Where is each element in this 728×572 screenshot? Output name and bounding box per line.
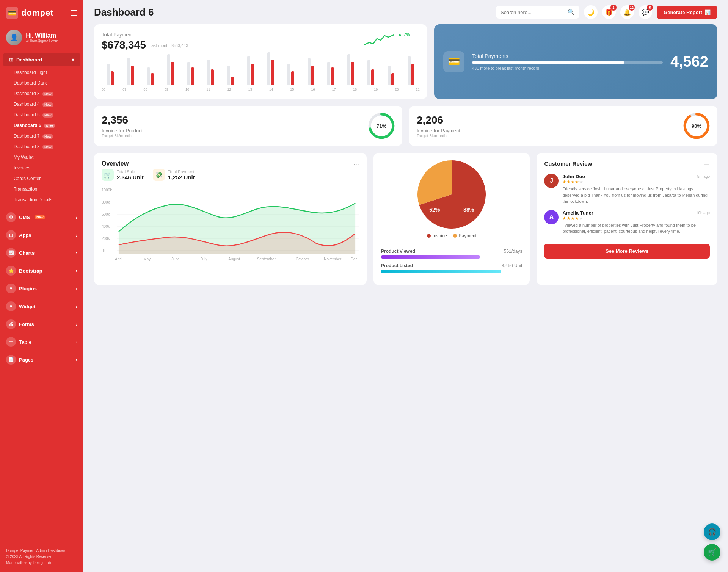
sidebar-item-dashboard-4[interactable]: Dashboard 4 New <box>0 99 83 110</box>
nav-item-bootstrap[interactable]: ⭐ Bootstrap › <box>0 262 83 279</box>
svg-text:1000k: 1000k <box>102 188 112 192</box>
gift-button[interactable]: 🎁 2 <box>602 5 616 19</box>
bar-red-5 <box>211 69 214 85</box>
search-input[interactable] <box>500 9 565 15</box>
divider <box>381 243 522 243</box>
footer-line2: © 2023 All Rights Reserved <box>6 554 77 560</box>
nav-item-pages[interactable]: 📄 Pages › <box>0 351 83 368</box>
review-avatar-2: A <box>544 210 559 224</box>
overview-more-button[interactable]: ··· <box>353 160 359 168</box>
plugins-icon: ♥ <box>6 284 16 293</box>
nav-other-section: ⚙ CMS New › ◻ Apps › 📈 Charts › ⭐ Bootst… <box>0 207 83 370</box>
pie-legend-payment: Payment <box>453 233 477 238</box>
row-1: Total Payment $678,345 last month $563,4… <box>94 24 717 99</box>
table-label: Table <box>19 339 31 345</box>
sidebar-item-my-wallet[interactable]: My Wallet <box>0 152 83 163</box>
nav-item-cms[interactable]: ⚙ CMS New › <box>0 208 83 226</box>
fab-container: 🎧 🛒 <box>704 523 720 561</box>
sidebar-item-dashboard-3[interactable]: Dashboard 3 New <box>0 88 83 99</box>
total-sale-value: 2,346 Unit <box>117 174 144 180</box>
bar-red-10 <box>311 66 314 85</box>
charts-icon: 📈 <box>6 248 16 258</box>
sidebar-item-dashboard-dark[interactable]: Dashboard Dark <box>0 78 83 88</box>
bar-label-5: 11 <box>206 88 210 91</box>
nav-item-table[interactable]: ☰ Table › <box>0 333 83 351</box>
bar-label-4: 10 <box>185 88 189 91</box>
notification-button[interactable]: 🔔 12 <box>620 5 634 19</box>
dashboard-label: Dashboard <box>16 57 42 63</box>
logo-icon: 💳 <box>6 7 18 19</box>
review-more-button[interactable]: ··· <box>704 160 710 168</box>
bar-group-9 <box>282 64 300 85</box>
support-fab-button[interactable]: 🎧 <box>704 523 720 540</box>
overview-header: Overview ··· <box>102 160 359 169</box>
plugins-label: Plugins <box>19 286 37 291</box>
svg-text:200k: 200k <box>102 237 110 241</box>
bar-chart <box>102 56 420 86</box>
plugins-arrow: › <box>76 286 77 291</box>
nav-item-apps[interactable]: ◻ Apps › <box>0 226 83 244</box>
invoice-legend-label: Invoice <box>433 233 447 238</box>
invoice-product-sub: Target 3k/month <box>102 133 143 138</box>
product-viewed-value: 561/days <box>504 249 522 254</box>
pages-arrow: › <box>76 357 77 363</box>
bar-group-3 <box>162 54 179 85</box>
nav-item-widget[interactable]: ♥ Widget › <box>0 298 83 315</box>
bar-group-15 <box>402 56 420 85</box>
cms-label: CMS <box>19 215 30 220</box>
row-2: 2,356 Invoice for Product Target 3k/mont… <box>94 106 717 146</box>
review-text-1: Friendly service Josh, Lunar and everyon… <box>562 186 710 205</box>
nav-dashboard-parent[interactable]: ⊞ Dashboard ▾ <box>3 53 80 66</box>
legend-total-payment: 💸 Total Payment 1,252 Unit <box>153 169 195 181</box>
avatar: 👤 <box>6 30 22 45</box>
invoice-payment-sub: Target 3k/month <box>417 133 460 138</box>
apps-arrow: › <box>76 232 77 238</box>
nav-dashboard-section: ⊞ Dashboard ▾ Dashboard Light Dashboard … <box>0 51 83 207</box>
bootstrap-arrow: › <box>76 268 77 274</box>
total-payment-value: $678,345 <box>102 39 146 51</box>
hamburger-button[interactable]: ☰ <box>71 8 77 17</box>
review-stars-2: ★★★★★ <box>562 216 710 221</box>
generate-report-button[interactable]: Generate Report 📊 <box>657 6 717 19</box>
donut-label-product: 71% <box>377 123 386 129</box>
nav-item-forms[interactable]: 🖨 Forms › <box>0 315 83 333</box>
nav-item-plugins[interactable]: ♥ Plugins › <box>0 280 83 297</box>
svg-text:April: April <box>115 257 122 261</box>
sidebar-item-dashboard-light[interactable]: Dashboard Light <box>0 67 83 78</box>
sidebar-item-cards-center[interactable]: Cards Center <box>0 173 83 184</box>
pie-legend: Invoice Payment <box>427 233 477 238</box>
pie-stats-column: 62% 38% Invoice Payment <box>373 153 530 285</box>
forms-icon: 🖨 <box>6 319 16 329</box>
bar-label-11: 17 <box>332 88 336 91</box>
apps-label: Apps <box>19 232 31 238</box>
sidebar-item-dashboard-7[interactable]: Dashboard 7 New <box>0 131 83 141</box>
nav-item-charts[interactable]: 📈 Charts › <box>0 244 83 262</box>
more-options-button[interactable]: ··· <box>414 32 420 40</box>
invoice-product-donut: 71% <box>368 113 395 139</box>
sidebar-item-dashboard-8[interactable]: Dashboard 8 New <box>0 141 83 152</box>
bar-red-2 <box>151 73 154 85</box>
bar-group-0 <box>102 64 119 85</box>
reviewer-name-1: John Doe <box>562 174 585 179</box>
product-viewed-row: Product Viewed 561/days <box>381 249 522 254</box>
review-content-1: John Doe 5m ago ★★★★★ Friendly service J… <box>562 174 710 205</box>
svg-text:November: November <box>324 257 342 261</box>
see-more-reviews-button[interactable]: See More Reviews <box>544 244 710 259</box>
sidebar-item-dashboard-5[interactable]: Dashboard 5 New <box>0 110 83 120</box>
message-button[interactable]: 💬 5 <box>639 5 652 19</box>
sidebar-item-invoices[interactable]: Invoices <box>0 163 83 173</box>
invoice-payment-value: 2,206 <box>417 114 460 126</box>
bar-gray-0 <box>107 64 110 85</box>
theme-toggle-button[interactable]: 🌙 <box>584 5 598 19</box>
reviewer-name-2: Amelia Tuner <box>562 210 593 216</box>
sidebar-item-transaction[interactable]: Transaction <box>0 184 83 194</box>
overview-chart-container: 1000k 800k 600k 400k 200k 0k April <box>102 186 359 262</box>
bar-red-11 <box>331 67 334 85</box>
bar-group-2 <box>142 67 160 85</box>
row-3: Overview ··· 🛒 Total Sale 2,346 Unit 💸 <box>94 153 717 285</box>
cart-fab-button[interactable]: 🛒 <box>704 544 720 561</box>
sidebar-item-dashboard-6[interactable]: Dashboard 6 New <box>0 120 83 131</box>
sidebar-item-transaction-details[interactable]: Transaction Details <box>0 194 83 205</box>
overview-card: Overview ··· 🛒 Total Sale 2,346 Unit 💸 <box>94 153 367 285</box>
bar-gray-15 <box>408 56 411 85</box>
